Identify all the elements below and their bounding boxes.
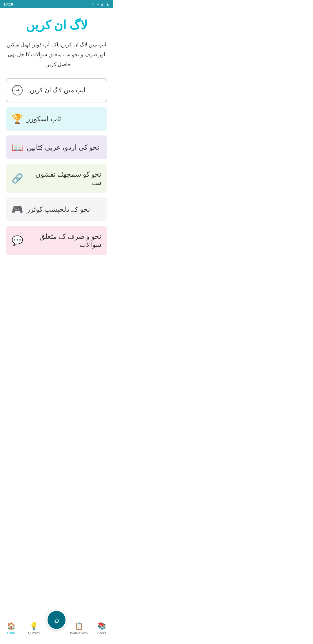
diagrams-text: نحو کو سمجھئے نقشوں سے [27,170,101,187]
questions-text: نحو و صرف کے متعلق سوالات [27,232,101,249]
battery-icon: ▪ [97,2,99,6]
page-title: لاگ ان کریں [6,17,107,34]
book-open-icon: 📖 [12,142,23,153]
wifi-icon: ▲ [106,2,110,6]
trophy-icon: 🏆 [12,113,23,124]
top-scorer-card[interactable]: ٹاپ اسکورر 🏆 [6,107,107,131]
quizzes-card[interactable]: نحو کے دلچپشپ کوئزز 🎮 [6,198,107,221]
main-content: لاگ ان کریں ایپ میں لاگ ان کریں تاکہ آپ … [0,8,113,289]
books-text: نحو کی اردو، عربی کتابیں [27,143,99,151]
status-icons: 🛡 ▪ ▲ ▲ [92,2,110,6]
diagrams-card[interactable]: نحو کو سمجھئے نقشوں سے 🔗 [6,164,107,193]
questions-card[interactable]: نحو و صرف کے متعلق سوالات 💬 [6,226,107,255]
question-icon: 💬 [12,235,23,246]
quizzes-text: نحو کے دلچپشپ کوئزز [27,205,90,214]
status-bar: 10:19 🛡 ▪ ▲ ▲ [0,0,113,8]
login-button-text: ایپ میں لاگ ان کریں۔ [26,86,85,94]
books-card[interactable]: نحو کی اردو، عربی کتابیں 📖 [6,135,107,159]
shield-icon: 🛡 [92,2,96,6]
quiz-icon: 🎮 [12,204,23,215]
network-icon: 🔗 [12,173,23,184]
signal-icon: ▲ [100,2,104,6]
arrow-right-icon: ➜ [12,85,23,95]
page-description: ایپ میں لاگ ان کریں تاکہ آپ کوئز کھیل سک… [6,40,107,70]
top-scorer-text: ٹاپ اسکورر [27,115,61,123]
status-time: 10:19 [3,2,13,6]
login-button[interactable]: ایپ میں لاگ ان کریں۔ ➜ [6,78,107,102]
